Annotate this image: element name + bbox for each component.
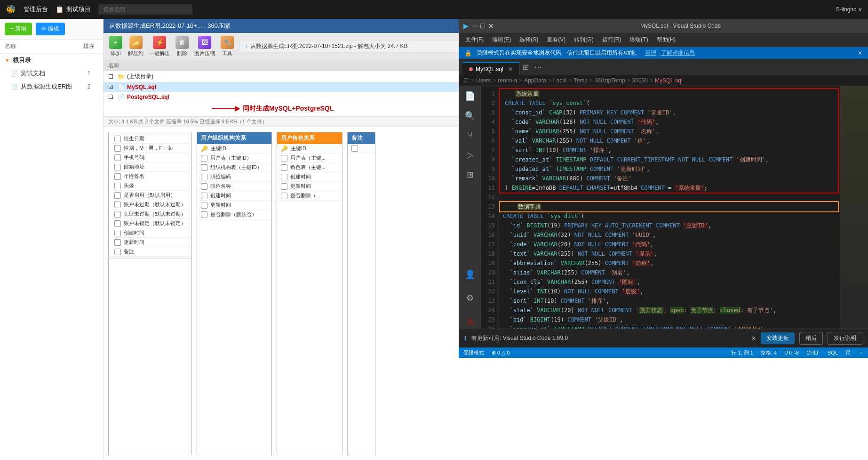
er-row: 组织机构表（主键ID）	[197, 163, 271, 172]
edit-button[interactable]: ✏ 编辑	[36, 23, 64, 35]
sidebar-tree: ▼ 根目录 📄 测试文档 1 📄 从数据源生成ER图 2	[0, 54, 103, 460]
vscode-title: MySQL.sql - Visual Studio Code	[498, 23, 863, 29]
menu-view[interactable]: 查看(V)	[543, 34, 569, 45]
file-check-parent[interactable]: ☐	[108, 73, 118, 80]
new-button[interactable]: + 新增	[5, 23, 32, 35]
er-row-notes	[348, 144, 375, 153]
er-row: 职位编码	[197, 172, 271, 182]
er-row-key2: 🔑主键ID	[277, 144, 342, 153]
eol-status[interactable]: CRLF	[806, 350, 820, 355]
update-close-button[interactable]: ✕	[751, 335, 756, 342]
er-row: 性别，M：男，F：女	[111, 144, 190, 153]
expand-icon: ▼	[5, 57, 10, 63]
menu-edit[interactable]: 编辑(E)	[488, 34, 515, 45]
tools-icon: 🔧	[221, 36, 234, 49]
explorer-icon[interactable]: 📄	[465, 91, 475, 101]
path-up-icon[interactable]: ↑	[245, 43, 247, 50]
file-check-postgresql[interactable]: ☐	[108, 94, 118, 100]
content-area: 从数据源生成ER图.2022-07-10+... - 360压缩 文件 操作 +…	[104, 19, 868, 460]
install-update-button[interactable]: 安装更新	[761, 332, 795, 344]
info-close-button[interactable]: ✕	[858, 50, 862, 56]
sidebar-item-root[interactable]: ▼ 根目录	[0, 54, 103, 67]
add-button[interactable]: + 添加	[109, 36, 122, 57]
menu-run[interactable]: 运行(R)	[598, 34, 625, 45]
later-button[interactable]: 稍后	[799, 332, 823, 345]
er-row: 备注	[111, 247, 190, 257]
sync-status[interactable]: ↔	[858, 350, 863, 355]
vscode-window: ▶ ─ □ ✕ MySQL.sql - Visual Studio Code 文…	[459, 19, 868, 358]
minimize-button[interactable]: ─	[472, 22, 478, 31]
breadcrumb-file: MySQL.sql	[655, 77, 683, 84]
er-row: 用户表（主键ID）	[197, 153, 271, 163]
encoding-status[interactable]: UTF-8	[784, 350, 799, 355]
debug-icon[interactable]: ▷	[467, 150, 473, 160]
er-row: 头像	[111, 181, 190, 191]
er-row: 部箱地址	[111, 162, 190, 172]
format-status[interactable]: 尺	[845, 349, 851, 356]
annotation-arrow-icon	[212, 104, 240, 113]
spaces-status[interactable]: 空格: 4	[761, 349, 777, 356]
er-row: 创建时间	[277, 172, 342, 182]
info-lock-icon: 🔒	[464, 49, 472, 56]
search-input[interactable]	[98, 4, 192, 15]
one-click-button[interactable]: ⚡ 一键解压	[149, 36, 170, 57]
code-editor[interactable]: -- 系统常量 CREATE TABLE `sys_const`( `const…	[498, 86, 840, 329]
settings-icon[interactable]: ⚙	[466, 293, 474, 303]
menu-help[interactable]: 帮助(H)	[653, 34, 680, 45]
er-row: 更新时间	[197, 201, 271, 210]
er-row: 是否启用（默认启用）	[111, 191, 190, 200]
tools-button[interactable]: 🔧 工具	[221, 36, 234, 57]
menu-goto[interactable]: 转到(G)	[570, 34, 597, 45]
topbar: 🐝 管理后台 📋 测试项目 S-linghc ∨	[0, 0, 868, 19]
menu-file[interactable]: 文件(F)	[462, 34, 487, 45]
er-row: 是否删除（...	[277, 191, 342, 201]
er-icon: 📄	[11, 84, 18, 90]
img-compress-icon: 🖼	[198, 36, 211, 49]
info-message: 受限模式旨在实现安全地浏览代码。信任此窗口以启用所有功能。	[477, 49, 640, 57]
release-notes-button[interactable]: 发行说明	[828, 332, 862, 345]
more-tabs-button[interactable]: ⋯	[532, 63, 545, 72]
er-table-user-basic: 出生日期 性别，M：男，F：女 手机号码 部箱地址 个性签名 头像 是否启用（默…	[108, 132, 192, 455]
vscode-titlebar: ▶ ─ □ ✕ MySQL.sql - Visual Studio Code	[459, 19, 868, 33]
user-menu[interactable]: S-linghc ∨	[836, 6, 862, 13]
sidebar-item-test-doc[interactable]: 📄 测试文档 1	[0, 67, 103, 80]
tab-mysql-sql[interactable]: MySQL.sql ✕	[462, 62, 520, 75]
delete-button[interactable]: 🗑 删除	[175, 36, 189, 57]
info-manage-link[interactable]: 管理	[645, 49, 656, 57]
decompress-to-button[interactable]: 📂 解压到	[128, 36, 143, 57]
folder-icon: 📁	[118, 73, 127, 80]
sidebar-item-er-diagram[interactable]: 📄 从数据源生成ER图 2	[0, 80, 103, 93]
line-col-status[interactable]: 行 1, 列 1	[731, 349, 753, 356]
logo-icon: 🐝	[6, 4, 16, 15]
accounts-icon[interactable]: 👤	[465, 269, 475, 280]
search-sidebar-icon[interactable]: 🔍	[465, 111, 475, 121]
project-label: 📋 测试项目	[56, 5, 91, 14]
system-label: 管理后台	[24, 5, 48, 14]
errors-status[interactable]: ⊗ 0 △ 0	[492, 350, 510, 356]
warning-icon: ⚠	[466, 316, 474, 327]
language-status[interactable]: SQL	[828, 350, 838, 355]
git-icon[interactable]: ⑂	[468, 130, 473, 140]
vscode-menubar: 文件(F) 编辑(E) 选择(S) 查看(V) 转到(G) 运行(R) 终端(T…	[459, 33, 868, 47]
er-row: 更新时间	[277, 182, 342, 191]
close-button[interactable]: ✕	[488, 22, 494, 31]
extensions-icon[interactable]: ⊞	[467, 169, 474, 180]
info-learn-link[interactable]: 了解详细信息	[661, 49, 695, 57]
vscode-tabs: MySQL.sql ✕ ⊞ ⋯	[459, 59, 868, 75]
col-order-label: 排序	[80, 42, 98, 50]
project-icon: 📋	[56, 6, 64, 13]
menu-terminal[interactable]: 终端(T)	[626, 34, 652, 45]
restore-button[interactable]: □	[480, 22, 485, 31]
vscode-update-bar: ℹ 有更新可用: Visual Studio Code 1.69.0 ✕ 安装更…	[459, 329, 868, 347]
tab-close-icon[interactable]: ✕	[508, 66, 513, 73]
sql-file2-icon: 📄	[118, 94, 127, 100]
restricted-mode-status[interactable]: 受限模式	[463, 349, 484, 356]
col-name-label: 名称	[5, 42, 80, 50]
vscode-info-bar: 🔒 受限模式旨在实现安全地浏览代码。信任此窗口以启用所有功能。 管理 了解详细信…	[459, 47, 868, 59]
menu-select[interactable]: 选择(S)	[516, 34, 542, 45]
split-editor-button[interactable]: ⊞	[520, 63, 532, 72]
sidebar: + 新增 ✏ 编辑 名称 排序 ▼ 根目录 📄 测试文档 1 📄 从数据源生成E…	[0, 19, 104, 460]
vscode-win-buttons: ─ □ ✕	[472, 22, 494, 31]
file-check-mysql[interactable]: ☑	[108, 84, 118, 90]
img-compress-button[interactable]: 🖼 图片压缩	[194, 36, 215, 57]
